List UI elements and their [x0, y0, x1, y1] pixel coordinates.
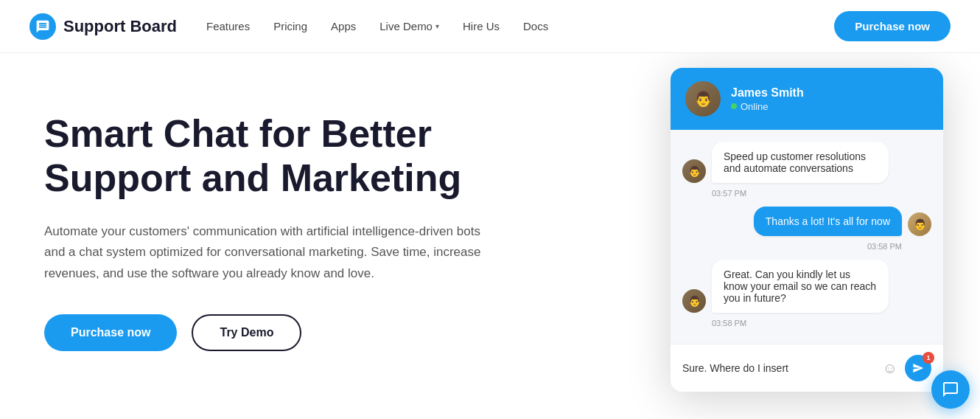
nav-item-apps[interactable]: Apps — [331, 20, 356, 33]
msg-avatar-3: 👨 — [682, 289, 706, 313]
hero-subtitle: Automate your customers' communication w… — [44, 221, 501, 285]
hero-demo-button[interactable]: Try Demo — [192, 314, 301, 351]
nav-item-pricing[interactable]: Pricing — [273, 20, 307, 33]
message-3: 👨 Great. Can you kindly let us know your… — [682, 260, 931, 313]
msg-time-2: 03:58 PM — [682, 242, 931, 251]
msg-bubble-2: Thanks a lot! It's all for now — [754, 207, 902, 236]
chat-widget: 👨 James Smith Online 👨 Speed up customer… — [671, 68, 943, 392]
hero-title: Smart Chat for Better Support and Market… — [44, 112, 560, 201]
msg-bubble-3: Great. Can you kindly let us know your e… — [712, 260, 889, 313]
emoji-button[interactable]: ☺ — [883, 360, 897, 377]
chat-header: 👨 James Smith Online — [671, 68, 943, 130]
agent-avatar-image: 👨 — [685, 81, 721, 117]
logo-text: Support Board — [63, 17, 177, 36]
nav-link-apps[interactable]: Apps — [331, 20, 356, 32]
chat-input[interactable] — [682, 362, 875, 374]
msg-avatar-2: 👨 — [908, 212, 931, 236]
nav-link-docs[interactable]: Docs — [523, 20, 548, 32]
chat-body: 👨 Speed up customer resolutions and auto… — [671, 130, 943, 344]
floating-chat-button[interactable] — [931, 370, 970, 409]
nav-link-live-demo[interactable]: Live Demo ▾ — [379, 20, 439, 32]
agent-name: James Smith — [731, 86, 804, 100]
navbar: Support Board Features Pricing Apps Live… — [0, 0, 980, 53]
message-2: Thanks a lot! It's all for now 👨 — [682, 207, 931, 236]
nav-links: Features Pricing Apps Live Demo ▾ Hire U… — [206, 20, 548, 33]
agent-status: Online — [731, 101, 804, 112]
nav-link-pricing[interactable]: Pricing — [273, 20, 307, 32]
send-icon — [912, 362, 924, 374]
logo-link[interactable]: Support Board — [29, 13, 177, 40]
chevron-down-icon: ▾ — [435, 22, 439, 30]
online-status-dot — [731, 103, 737, 109]
msg-avatar-1: 👨 — [682, 159, 706, 183]
nav-link-hire-us[interactable]: Hire Us — [463, 20, 500, 32]
agent-avatar: 👨 — [685, 81, 721, 117]
logo-icon — [29, 13, 56, 40]
message-1: 👨 Speed up customer resolutions and auto… — [682, 142, 931, 183]
nav-item-live-demo[interactable]: Live Demo ▾ — [379, 20, 439, 32]
hero-purchase-button[interactable]: Purchase now — [44, 314, 177, 351]
chat-input-area: ☺ 1 — [671, 344, 943, 392]
nav-link-features[interactable]: Features — [206, 20, 250, 32]
nav-item-features[interactable]: Features — [206, 20, 250, 33]
msg-time-1: 03:57 PM — [682, 189, 931, 198]
msg-time-3: 03:58 PM — [682, 319, 931, 328]
chat-icon — [35, 19, 50, 34]
hero-content: Smart Chat for Better Support and Market… — [44, 97, 560, 351]
hero-section: Smart Chat for Better Support and Market… — [0, 53, 980, 419]
hero-buttons: Purchase now Try Demo — [44, 314, 560, 351]
chat-header-info: James Smith Online — [731, 86, 804, 112]
navbar-purchase-button[interactable]: Purchase now — [834, 11, 951, 41]
floating-chat-icon — [942, 381, 959, 398]
msg-bubble-1: Speed up customer resolutions and automa… — [712, 142, 889, 183]
nav-item-hire-us[interactable]: Hire Us — [463, 20, 500, 33]
navbar-left: Support Board Features Pricing Apps Live… — [29, 13, 548, 40]
status-label: Online — [741, 101, 769, 112]
send-button[interactable]: 1 — [905, 355, 931, 381]
nav-item-docs[interactable]: Docs — [523, 20, 548, 33]
send-badge: 1 — [923, 352, 934, 364]
